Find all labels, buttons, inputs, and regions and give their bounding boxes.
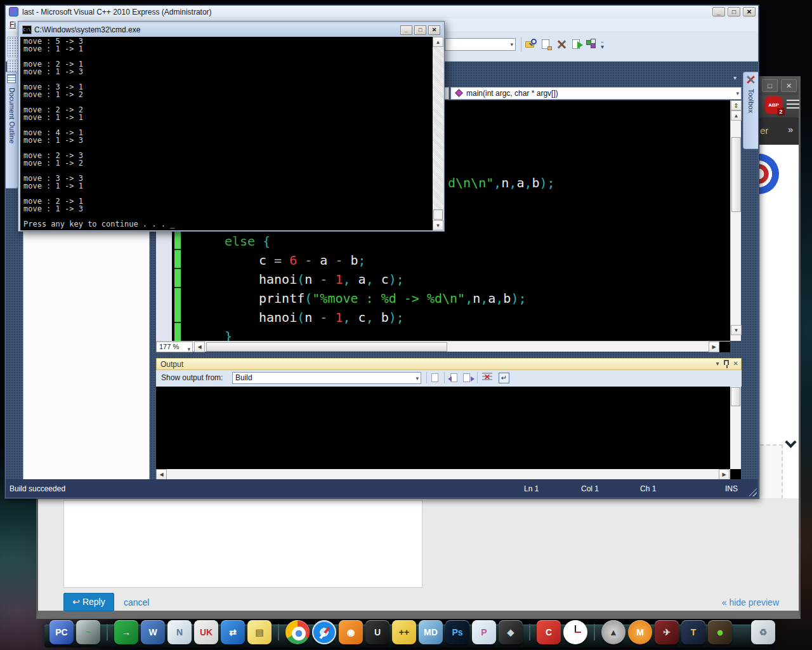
dock-icon-task-manager[interactable]: ~ [76,620,100,644]
answer-textarea[interactable] [63,500,422,588]
tools-icon[interactable] [555,38,568,51]
go-to-code-icon[interactable] [570,38,583,51]
goto-message-icon[interactable] [431,373,438,382]
code-token: c [381,272,389,287]
find-in-files-icon[interactable] [525,38,537,51]
dock-icon-photoshop[interactable]: Ps [445,620,469,644]
scroll-down-button[interactable]: ▼ [433,220,443,230]
output-horizontal-scrollbar[interactable]: ◀ ▶ [156,469,741,480]
dock-icon-teamviewer[interactable]: ⇄ [221,620,245,644]
resize-grip[interactable] [749,488,757,496]
document-outline-tab[interactable]: Document Outline [6,72,18,189]
dock-icon-ms-word[interactable]: W [141,620,165,644]
chevron-down-icon[interactable]: ▾ [510,41,513,48]
toolbar-separator [426,372,427,383]
scroll-left-button[interactable]: ◀ [194,342,205,352]
toolbar-search-combobox[interactable]: ▾ [445,38,516,51]
output-content[interactable] [156,387,730,469]
output-source-combobox[interactable]: Build ▾ [232,372,421,384]
chevron-down-icon[interactable]: ▾ [736,90,739,96]
vs-minimize-button[interactable]: _ [712,7,725,17]
scroll-down-button[interactable]: ▼ [731,325,742,335]
dock-icon-ccleaner[interactable]: C [537,620,561,644]
solution-explorer-icon[interactable] [586,38,598,51]
dock-icon-unikey[interactable]: UK [194,620,218,644]
code-token: , [465,291,473,306]
cmd-close-button[interactable]: ✕ [428,25,440,35]
toolbar-overflow-button[interactable]: ▪▪ ▾ [601,40,604,49]
vs-titlebar[interactable]: last - Microsoft Visual C++ 2010 Express… [6,6,758,18]
dock-icon-clock[interactable] [563,620,587,644]
chevron-down-icon[interactable]: ▾ [416,375,419,381]
toolbox-tab[interactable]: Toolbox [743,72,758,149]
adblock-icon[interactable]: ABP 2 [765,96,782,114]
menu-hamburger-icon[interactable] [787,100,799,109]
dock-icon-sticky-notes[interactable]: ▤ [247,620,272,644]
dock-icon-idm-downloader[interactable]: → [114,620,138,644]
vs-close-button[interactable]: ✕ [743,7,756,17]
toolbar-grip-handle[interactable] [7,36,18,58]
dock-icon-safari[interactable] [312,620,336,644]
vs-maximize-button[interactable]: □ [728,7,740,17]
dock-icon-blender[interactable]: ◉ [339,620,363,644]
splitter-handle[interactable]: ⇕ [731,100,742,110]
dock-icon-visual-cpp-express[interactable]: ++ [392,620,416,644]
reply-button[interactable]: ↩ Reply [63,593,114,611]
console-body[interactable]: move : 5 -> 3move : 1 -> 1 move : 2 -> 1… [20,37,433,230]
dock-icon-notepad[interactable]: N [167,620,192,644]
close-icon[interactable]: ✕ [733,360,738,367]
cmd-minimize-button[interactable]: _ [400,25,412,35]
editor-zoom-control[interactable]: 177 % ▾ [156,342,193,352]
console-scrollbar[interactable]: ▲ ▼ [433,37,443,230]
dock-icon-ibooks[interactable]: M [628,620,652,644]
dock-icon-my-computer[interactable]: PC [49,620,74,644]
collapse-chevron-icon[interactable] [785,436,796,448]
scroll-up-button[interactable]: ▲ [433,37,443,47]
scroll-right-button[interactable]: ▶ [719,469,730,480]
hide-preview-link[interactable]: « hide preview [722,597,779,607]
pin-icon[interactable] [724,360,729,365]
right-arrow-icon [471,376,475,381]
file-menu-partial[interactable]: Fi [10,20,16,29]
word-wrap-icon[interactable]: ↵ [499,373,509,383]
editor-vertical-scrollbar[interactable]: ⇕ ▲ ▼ [730,100,741,341]
output-vertical-scrollbar[interactable] [730,387,741,469]
editor-horizontal-scrollbar[interactable]: 177 % ▾ ◀ ▶ [156,341,730,352]
dock-icon-warcraft[interactable]: ☻ [708,620,732,644]
dock-icon-monodevelop[interactable]: MD [419,620,443,644]
scroll-right-button[interactable]: ▶ [709,342,719,352]
dock-icon-recycle-bin[interactable]: ♻ [751,620,775,644]
browser-close-button[interactable]: ✕ [781,79,797,92]
scrollbar-thumb[interactable] [731,387,740,406]
dock-icon-unity3d[interactable]: U [365,620,390,644]
browser-maximize-button[interactable]: □ [762,79,778,92]
cmd-titlebar[interactable]: C:\ C:\Windows\system32\cmd.exe _ □ ✕ [20,23,442,37]
output-title-bar[interactable]: Output ▾✕ [156,358,742,370]
chevron-down-icon[interactable]: ▾ [733,74,737,81]
members-combobox[interactable]: main(int argc, char * argv[]) ▾ [450,87,742,100]
scrollbar-thumb[interactable] [206,342,447,352]
dock-icon-inkscape[interactable]: ◆ [499,620,523,644]
scrollbar-thumb[interactable] [433,209,443,220]
bookmark-partial-label[interactable]: er [760,125,768,136]
dock-icon-chrome[interactable] [285,620,310,644]
dock-icon-starcraft[interactable]: T [681,620,705,644]
cmd-maximize-button[interactable]: □ [414,25,426,35]
code-line: hanoi(n - 1, c, b); [259,310,404,325]
clear-all-icon[interactable]: ✕ [482,373,492,383]
code-token: , [509,175,516,190]
bookmarks-overflow-chevron[interactable]: » [788,124,793,135]
code-token: , [366,272,381,287]
dock-icon-space-shooter-game[interactable]: ✈ [655,620,679,644]
cancel-link[interactable]: cancel [124,597,149,607]
chevron-down-icon[interactable]: ▾ [187,345,190,354]
next-message-icon[interactable] [463,373,470,382]
dock-icon-launchpad[interactable]: ▲ [601,620,625,644]
properties-icon[interactable] [540,38,553,51]
scroll-left-button[interactable]: ◀ [156,469,167,480]
scroll-up-button[interactable]: ▲ [731,110,742,121]
scrollbar-thumb[interactable] [731,137,741,212]
code-line: else { [225,234,270,249]
chevron-down-icon[interactable]: ▾ [716,360,719,367]
dock-icon-ms-paint[interactable]: P [472,620,496,644]
